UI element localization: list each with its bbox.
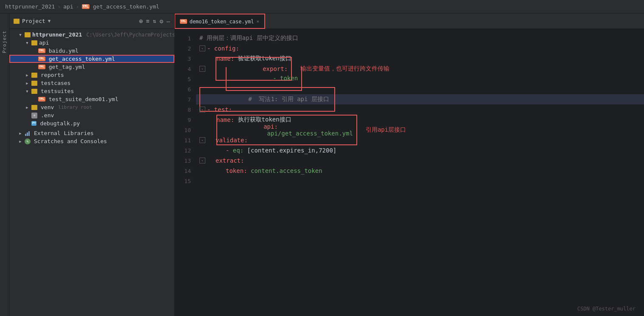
testcases-arrow <box>25 81 30 86</box>
tree-item-get-tag[interactable]: YML get_tag.yml <box>9 63 174 71</box>
code-line-10: api: api/get_access_token.yml 引用api层接口 <box>196 125 644 135</box>
editor-panel: YML demo16_token_case.yml × 1 2 3 4 5 6 … <box>175 14 644 316</box>
line12-dash: - <box>226 147 233 154</box>
tab-close-button[interactable]: × <box>256 19 259 24</box>
line14-token-val: content.access_token <box>247 167 322 174</box>
line7-text: # 写法1: 引用 api 层接口 <box>248 96 329 102</box>
tree-item-venv[interactable]: venv library root <box>9 103 174 111</box>
line-num-5: 5 <box>175 74 196 84</box>
line14-token-key: token: <box>226 167 247 174</box>
line-num-7: 7 <box>175 94 196 104</box>
reports-name: reports <box>41 72 64 78</box>
testsuites-arrow <box>25 89 30 94</box>
line8-text: - test: <box>207 106 232 113</box>
tree-root[interactable]: httprunner_2021 C:\Users\Jeff\PycharmPro… <box>9 31 174 39</box>
env-icon: ≡ <box>31 113 37 118</box>
line8-fold[interactable]: - <box>199 107 205 113</box>
line12-val: [content.expires_in,7200] <box>244 147 336 154</box>
code-line-8: - - test: <box>196 104 644 115</box>
tree-item-baidu[interactable]: YML baidu.yml <box>9 47 174 55</box>
testsuites-folder-icon <box>31 89 37 94</box>
tree-item-api[interactable]: api <box>9 39 174 47</box>
sidebar-list-icon[interactable]: ≡ <box>146 18 149 24</box>
venv-folder-icon <box>31 105 37 110</box>
line4-fold[interactable]: - <box>199 66 205 72</box>
tree-item-debugtalk[interactable]: PY debugtalk.py <box>9 119 174 127</box>
line-num-10: 10 <box>175 125 196 135</box>
get-tag-yml-icon: YML <box>38 65 45 69</box>
line11-fold[interactable]: - <box>199 137 205 143</box>
breadcrumb: httprunner_2021 › api › YML get_access_t… <box>0 0 644 14</box>
file-tree: httprunner_2021 C:\Users\Jeff\PycharmPro… <box>9 29 174 316</box>
baidu-name: baidu.yml <box>49 48 78 54</box>
line-num-13: 13 <box>175 155 196 166</box>
code-line-2: - - config: <box>196 43 644 54</box>
line10-annotation: 引用api层接口 <box>366 126 406 134</box>
project-tab[interactable]: Project <box>0 14 9 316</box>
breadcrumb-part-1[interactable]: httprunner_2021 <box>5 3 55 10</box>
code-line-13: - extract: <box>196 155 644 166</box>
sidebar-dropdown-icon[interactable]: ▼ <box>48 18 51 24</box>
tree-item-env[interactable]: ≡ .env <box>9 111 174 119</box>
line13-fold[interactable]: - <box>199 158 205 164</box>
testsuites-name: testsuites <box>41 88 74 94</box>
testcases-folder-icon <box>31 81 37 86</box>
line4-annotation: 输出变量值，也可进行跨文件传输 <box>300 65 389 73</box>
breadcrumb-sep-1: › <box>57 3 61 10</box>
baidu-yml-icon: YML <box>38 48 45 53</box>
line13-text: extract: <box>216 157 244 164</box>
api-arrow <box>25 40 30 45</box>
sidebar-header-right: ⊕ ≡ ⇅ ⚙ — <box>139 17 170 25</box>
tree-item-testcases[interactable]: testcases <box>9 79 174 87</box>
ext-libs-icon <box>25 131 31 136</box>
tree-item-reports[interactable]: reports <box>9 71 174 79</box>
sidebar-minimize-icon[interactable]: — <box>167 18 170 25</box>
tab-label: demo16_token_case.yml <box>190 19 254 25</box>
code-line-15 <box>196 176 644 186</box>
code-line-11: - validate: <box>196 135 644 145</box>
testcases-name: testcases <box>41 80 70 86</box>
code-line-1: # 用例层：调用api 层中定义的接口 <box>196 33 644 43</box>
test-suite-yml-icon: YML <box>38 97 45 102</box>
reports-folder-icon <box>31 73 37 78</box>
code-editor[interactable]: 1 2 3 4 5 6 7 8 9 10 11 12 13 14 15 # <box>175 29 644 316</box>
env-name: .env <box>41 112 54 118</box>
code-content: # 用例层：调用api 层中定义的接口 - - config: name: 验证… <box>196 29 644 316</box>
line-num-11: 11 <box>175 135 196 145</box>
tab-demo16[interactable]: YML demo16_token_case.yml × <box>175 14 265 28</box>
root-folder-icon <box>25 32 31 37</box>
test-suite-name: test_suite_demo01.yml <box>49 96 118 102</box>
venv-label: library root <box>58 104 92 110</box>
line-num-1: 1 <box>175 33 196 43</box>
breadcrumb-part-2[interactable]: api <box>63 3 73 10</box>
sidebar-globe-icon[interactable]: ⊕ <box>139 17 143 25</box>
get-access-token-name: get_access_token.yml <box>49 56 115 62</box>
scratches-name: Scratches and Consoles <box>34 138 107 144</box>
api-folder-name: api <box>39 40 49 46</box>
tree-item-external-libs[interactable]: External Libraries <box>9 129 174 137</box>
line11-text: validate: <box>216 137 248 144</box>
watermark: CSDN @Tester_muller <box>577 306 636 312</box>
project-folder-icon <box>14 19 20 24</box>
line-num-6: 6 <box>175 84 196 94</box>
debugtalk-name: debugtalk.py <box>40 120 80 127</box>
tree-item-scratches[interactable]: ✎ Scratches and Consoles <box>9 137 174 145</box>
code-line-14: token: content.access_token <box>196 166 644 176</box>
line2-fold[interactable]: - <box>199 45 205 51</box>
sidebar-collapse-icon[interactable]: ⇅ <box>153 18 156 24</box>
line-num-15: 15 <box>175 176 196 186</box>
venv-arrow <box>25 105 30 110</box>
sidebar: Project ▼ ⊕ ≡ ⇅ ⚙ — httprunner_2021 C:\U… <box>9 14 175 316</box>
get-access-token-yml-icon: YML <box>38 56 45 61</box>
tab-yml-icon: YML <box>180 19 187 24</box>
sidebar-header-left: Project ▼ <box>14 18 50 24</box>
sidebar-gear-icon[interactable]: ⚙ <box>160 18 163 25</box>
line5-token: - token <box>273 75 298 82</box>
api-folder-icon <box>31 40 37 45</box>
line-num-8: 8 <box>175 104 196 115</box>
tree-item-testsuites[interactable]: testsuites <box>9 87 174 95</box>
root-path: C:\Users\Jeff\PycharmProjects\202 <box>86 32 174 38</box>
tree-item-test-suite[interactable]: YML test_suite_demo01.yml <box>9 95 174 103</box>
tree-item-get-access-token[interactable]: YML get_access_token.yml <box>9 55 174 63</box>
ext-libs-arrow <box>18 131 23 136</box>
